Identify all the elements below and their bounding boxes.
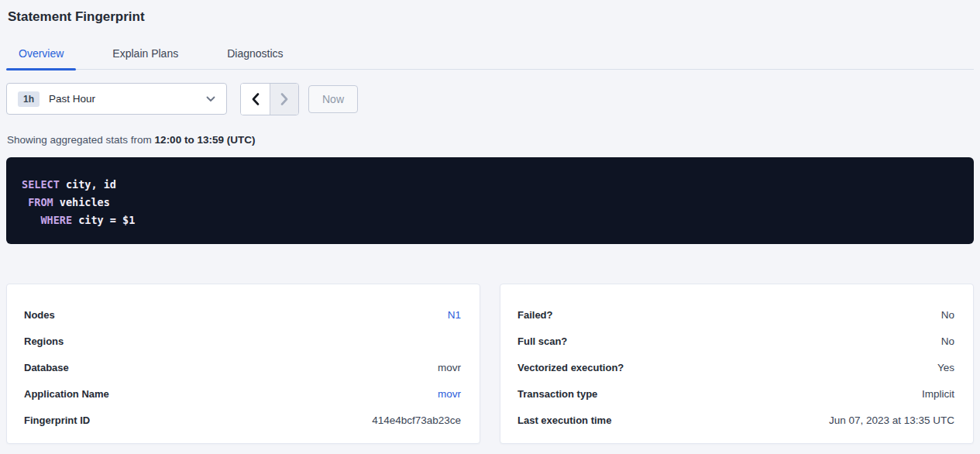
row-label: Fingerprint ID: [24, 414, 90, 426]
page-title: Statement Fingerprint: [6, 9, 974, 26]
row-label: Full scan?: [518, 335, 567, 347]
summary-cards: Nodes N1 Regions Database movr Applicati…: [6, 284, 974, 444]
table-row: Regions: [24, 328, 461, 354]
row-label: Transaction type: [518, 388, 597, 400]
sql-text: vehicles: [53, 196, 110, 208]
tab-overview[interactable]: Overview: [6, 43, 76, 69]
row-label: Application Name: [24, 388, 109, 400]
sql-text: city = $1: [72, 214, 135, 226]
row-label: Nodes: [24, 309, 55, 321]
row-value: movr: [438, 362, 461, 373]
interval-label: Past Hour: [49, 93, 206, 105]
table-row: Fingerprint ID 414e4bcf73ab23ce: [24, 407, 461, 433]
row-value: No: [941, 335, 954, 347]
tab-diagnostics[interactable]: Diagnostics: [215, 43, 295, 69]
row-value: Jun 07, 2023 at 13:35 UTC: [829, 414, 954, 426]
row-value: 414e4bcf73ab23ce: [372, 414, 461, 426]
table-row: Last execution time Jun 07, 2023 at 13:3…: [518, 407, 954, 433]
table-row: Application Name movr: [24, 380, 461, 407]
row-value: Yes: [937, 362, 954, 373]
row-value: Implicit: [922, 388, 954, 400]
row-label: Database: [24, 362, 69, 373]
time-step-buttons: [240, 83, 299, 115]
row-label: Last execution time: [518, 414, 611, 426]
chevron-right-icon: [280, 93, 288, 105]
sql-keyword: SELECT: [22, 178, 60, 191]
table-row: Transaction type Implicit: [518, 380, 954, 407]
sql-indent: [22, 214, 40, 226]
row-label: Regions: [24, 335, 64, 347]
row-label: Vectorized execution?: [518, 362, 624, 373]
tab-explain-plans[interactable]: Explain Plans: [100, 43, 191, 69]
stats-range: 12:00 to 13:59 (UTC): [155, 134, 256, 146]
table-row: Failed? No: [518, 301, 954, 328]
sql-statement: SELECT city, id FROM vehicles WHERE city…: [22, 176, 958, 229]
time-controls: 1h Past Hour Now: [6, 83, 974, 115]
next-time-button[interactable]: [270, 84, 298, 115]
chevron-left-icon: [252, 93, 260, 105]
statement-details-card: Nodes N1 Regions Database movr Applicati…: [6, 284, 480, 444]
sql-statement-box: SELECT city, id FROM vehicles WHERE city…: [6, 157, 974, 244]
statement-fingerprint-page: Statement Fingerprint Overview Explain P…: [0, 0, 980, 444]
table-row: Full scan? No: [518, 328, 954, 354]
table-row: Nodes N1: [24, 301, 461, 328]
application-name-link[interactable]: movr: [438, 388, 461, 400]
prev-time-button[interactable]: [241, 84, 270, 115]
sql-indent: [22, 196, 28, 208]
now-button[interactable]: Now: [308, 85, 358, 113]
sql-keyword: WHERE: [40, 214, 72, 226]
time-range-dropdown[interactable]: 1h Past Hour: [6, 83, 227, 115]
row-label: Failed?: [518, 309, 553, 321]
sql-text: city, id: [60, 178, 116, 191]
table-row: Vectorized execution? Yes: [518, 354, 954, 380]
table-row: Database movr: [24, 354, 461, 380]
execution-attributes-card: Failed? No Full scan? No Vectorized exec…: [500, 284, 974, 444]
tab-bar: Overview Explain Plans Diagnostics: [6, 43, 974, 70]
aggregated-stats-summary: Showing aggregated stats from 12:00 to 1…: [6, 134, 974, 146]
stats-prefix: Showing aggregated stats from: [7, 134, 155, 146]
interval-badge: 1h: [18, 91, 40, 107]
chevron-down-icon: [206, 96, 215, 102]
sql-keyword: FROM: [28, 196, 53, 208]
row-value: No: [941, 309, 954, 321]
nodes-link[interactable]: N1: [448, 309, 461, 321]
